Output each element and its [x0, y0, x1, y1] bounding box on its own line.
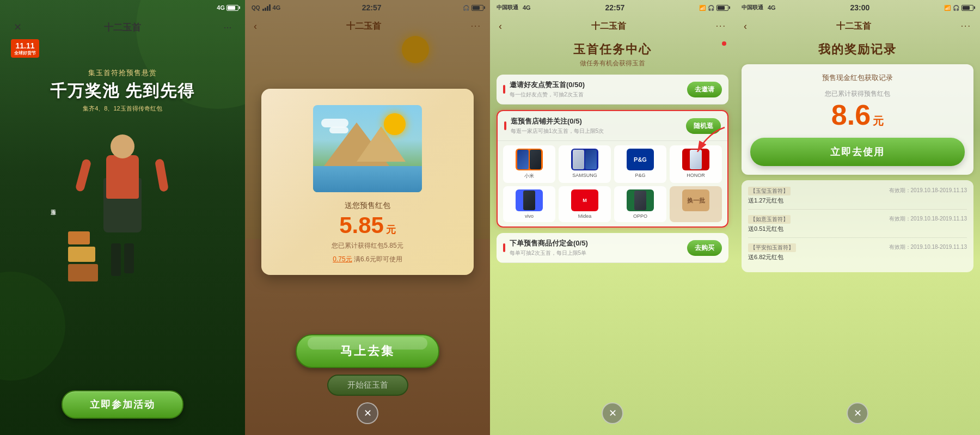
- status-bar-1: 4G: [0, 0, 245, 15]
- hero-illustration: 玉净服玉首: [46, 118, 199, 292]
- go-collect-button[interactable]: 马上去集: [296, 334, 439, 368]
- task-action-btn-2[interactable]: 随机逛: [686, 118, 721, 134]
- card-bg: [313, 105, 422, 192]
- oppo-phone: [634, 191, 646, 210]
- more-logo: 换一批: [682, 189, 709, 211]
- red-packet-card: 送您预售红包 5.85 元 您已累计获得红包5.85元 0.75元 满6.6元即…: [261, 89, 474, 275]
- oppo-product: [628, 191, 652, 210]
- card-cloud2: [329, 127, 348, 133]
- records-list: 【玉玺玉首符】 送1.27元红包 有效期：2019.10.18-2019.11.…: [742, 180, 973, 272]
- big-amount-display: 8.6 元: [750, 101, 965, 129]
- task-action-btn-1[interactable]: 去邀请: [687, 82, 722, 97]
- desc2-highlight: 0.75元: [333, 255, 352, 263]
- more-button-1[interactable]: ···: [219, 19, 236, 36]
- record-desc-3: 送6.82元红包: [748, 253, 796, 261]
- badge-subtitle: 全球好货节: [14, 51, 36, 56]
- big-amount-4: 8.6: [831, 101, 871, 129]
- battery-1: [226, 5, 238, 11]
- signal-bar-1: [262, 9, 264, 11]
- task-action-btn-3[interactable]: 去购买: [687, 240, 722, 256]
- task-text-1: 邀请好友点赞玉首(0/50) 每一位好友点赞，可抽2次玉首: [510, 80, 687, 99]
- char-torso: [106, 155, 139, 199]
- battery-2: [471, 5, 483, 11]
- signal-bar-3: [267, 6, 268, 11]
- panel-4: 中国联通 4G 23:00 📶 🎧 ‹ 十二玉首 ··· 我的奖励记录 预售现金…: [735, 0, 980, 435]
- shop-item-more[interactable]: 换一批: [670, 186, 722, 222]
- midea-text: M: [583, 198, 587, 203]
- record-desc-1: 送1.27元红包: [748, 197, 791, 205]
- status-right-2: 🎧: [463, 5, 483, 11]
- more-button-3[interactable]: ···: [716, 21, 726, 31]
- box2: [68, 247, 95, 262]
- network-2: 4G: [273, 4, 281, 11]
- xiaomi-logo: [516, 149, 543, 170]
- status-left-2: QQ 4G: [252, 4, 280, 11]
- record-desc-2: 送0.51元红包: [748, 225, 791, 233]
- close-button-1[interactable]: ✕: [9, 19, 26, 36]
- amount-unit-4: 元: [873, 114, 884, 128]
- start-button-2[interactable]: 开始征玉首: [327, 375, 408, 396]
- task-indicator-2: [504, 121, 506, 130]
- task-title-2: 逛预售店铺并关注(0/5): [511, 117, 686, 126]
- shop-item-samsung[interactable]: SAMSUNG: [559, 145, 611, 183]
- signal-bar-2: [265, 8, 266, 11]
- task-text-2: 逛预售店铺并关注(0/5) 每逛一家店可抽1次玉首，每日上限5次: [511, 117, 686, 135]
- card-amount: 5.85: [339, 214, 384, 237]
- more-button-4[interactable]: ···: [961, 21, 971, 31]
- page-subtitle-3: 做任务有机会获得玉首: [499, 59, 726, 68]
- pg-logo: P&G: [627, 149, 654, 170]
- character-area: [68, 134, 177, 287]
- samsung-logo: [571, 149, 598, 170]
- panel-2: QQ 4G 22:57 🎧 ‹ 十二玉首 ···: [245, 0, 490, 435]
- nav-title-2: 十二玉首: [346, 21, 381, 32]
- cta-join-button[interactable]: 立即参加活动: [62, 390, 183, 419]
- close-circle-4[interactable]: ✕: [847, 402, 868, 424]
- shop-item-oppo[interactable]: OPPO: [614, 186, 666, 222]
- back-button-2[interactable]: ‹: [254, 21, 257, 32]
- task-indicator-3: [503, 243, 505, 252]
- back-button-3[interactable]: ‹: [499, 21, 502, 32]
- char-boxes: [68, 231, 98, 281]
- box1: [68, 231, 90, 244]
- card-cloud1: [321, 119, 348, 127]
- page-title-4: 我的奖励记录: [744, 41, 971, 58]
- close-circle-2[interactable]: ✕: [357, 402, 378, 424]
- back-button-4[interactable]: ‹: [744, 21, 747, 32]
- record-tag-2: 【如意玉首符】: [748, 215, 791, 224]
- midea-logo: M: [571, 189, 598, 211]
- record-tag-1: 【玉玺玉首符】: [748, 187, 791, 195]
- task-title-1: 邀请好友点赞玉首(0/50): [510, 80, 687, 90]
- shop-item-xiaomi[interactable]: 小米: [503, 145, 555, 183]
- pg-name: P&G: [635, 173, 645, 178]
- reward-card: 预售现金红包获取记录 您已累计获得预售红包 8.6 元 立即去使用: [742, 64, 973, 175]
- task-section-2: 逛预售店铺并关注(0/5) 每逛一家店可抽1次玉首，每日上限5次 随机逛: [497, 110, 728, 228]
- record-item-3: 【平安扣玉首符】 送6.82元红包 有效期：2019.10.18-2019.11…: [748, 243, 967, 266]
- card-unit: 元: [386, 223, 396, 236]
- subline: 集齐4、8、12玉首得传奇红包: [50, 105, 195, 113]
- xiaomi-phone: [517, 150, 529, 169]
- badge-title: 11.11: [14, 41, 36, 51]
- task-section-1: 邀请好友点赞玉首(0/50) 每一位好友点赞，可抽2次玉首 去邀请: [497, 75, 728, 105]
- close-circle-3[interactable]: ✕: [602, 402, 623, 424]
- shop-item-honor[interactable]: HONOR: [670, 145, 722, 183]
- shop-item-pg[interactable]: P&G P&G: [614, 145, 666, 183]
- midea-name: Midea: [578, 213, 592, 219]
- shop-item-vivo[interactable]: vivo: [503, 186, 555, 222]
- task-title-3: 下单预售商品付定金(0/5): [510, 238, 687, 248]
- carrier-2: QQ: [252, 5, 260, 11]
- card-desc1: 您已累计获得红包5.85元: [332, 241, 403, 250]
- nav-bar-2: ‹ 十二玉首 ···: [245, 15, 490, 37]
- record-validity-2: 有效期：2019.10.18-2019.11.13: [889, 215, 967, 223]
- more-button-2[interactable]: ···: [471, 21, 481, 31]
- status-bar-4: 中国联通 4G 23:00 📶 🎧: [735, 0, 980, 15]
- use-now-button[interactable]: 立即去使用: [750, 138, 965, 166]
- honor-logo: [682, 149, 709, 170]
- shop-grid: 小米 SAMSUNG P&G: [498, 141, 727, 226]
- panel2-card-area: 送您预售红包 5.85 元 您已累计获得红包5.85元 0.75元 满6.6元即…: [245, 37, 490, 326]
- vivo-logo: [516, 189, 543, 211]
- shop-item-midea[interactable]: M Midea: [559, 186, 611, 222]
- samsung-product: [573, 150, 597, 169]
- close-area-3: ✕: [602, 402, 623, 424]
- battery-3: [716, 5, 728, 11]
- task-desc-1: 每一位好友点赞，可抽2次玉首: [510, 91, 687, 99]
